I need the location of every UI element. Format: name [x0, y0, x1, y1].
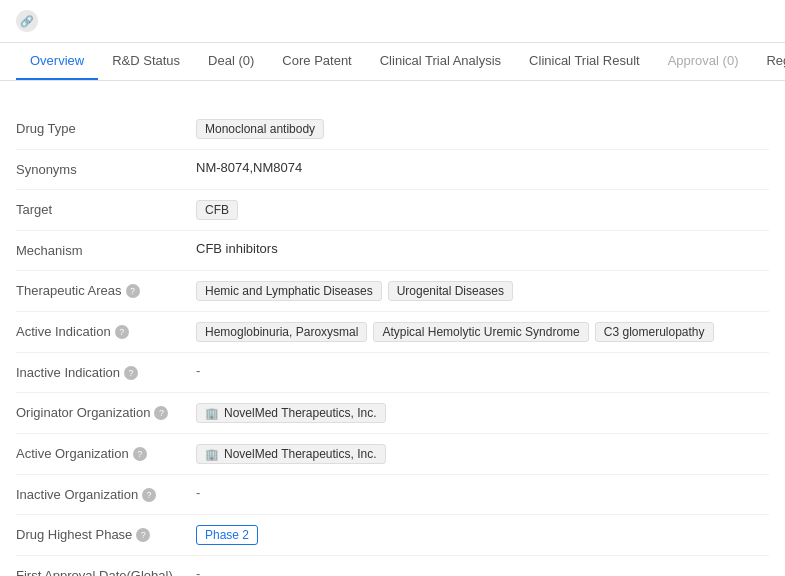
row-value: Hemoglobinuria, ParoxysmalAtypical Hemol…	[196, 322, 769, 342]
help-icon[interactable]: ?	[142, 488, 156, 502]
info-row: SynonymsNM-8074,NM8074	[16, 150, 769, 190]
row-label: Mechanism	[16, 241, 196, 258]
tab-bar: OverviewR&D StatusDeal (0)Core PatentCli…	[0, 43, 785, 81]
page-header: 🔗	[0, 0, 785, 43]
row-value: CFB	[196, 200, 769, 220]
org-name: NovelMed Therapeutics, Inc.	[224, 447, 377, 461]
info-row: TargetCFB	[16, 190, 769, 231]
row-label: Synonyms	[16, 160, 196, 177]
tab-approval--0-[interactable]: Approval (0)	[654, 43, 753, 80]
row-label: First Approval Date(Global)	[16, 566, 196, 576]
row-value: Hemic and Lymphatic DiseasesUrogenital D…	[196, 281, 769, 301]
row-value: -	[196, 363, 769, 378]
content-area: Drug TypeMonoclonal antibodySynonymsNM-8…	[0, 81, 785, 576]
tag[interactable]: Atypical Hemolytic Uremic Syndrome	[373, 322, 588, 342]
info-table: Drug TypeMonoclonal antibodySynonymsNM-8…	[16, 109, 769, 576]
row-label: Originator Organization?	[16, 403, 196, 420]
info-row: Drug TypeMonoclonal antibody	[16, 109, 769, 150]
info-row: Drug Highest Phase?Phase 2	[16, 515, 769, 556]
row-label: Active Organization?	[16, 444, 196, 461]
tab-overview[interactable]: Overview	[16, 43, 98, 80]
help-icon[interactable]: ?	[115, 325, 129, 339]
help-icon[interactable]: ?	[126, 284, 140, 298]
phase-tag[interactable]: Phase 2	[196, 525, 258, 545]
header-icon: 🔗	[16, 10, 38, 32]
help-icon[interactable]: ?	[154, 406, 168, 420]
tag[interactable]: Monoclonal antibody	[196, 119, 324, 139]
row-label: Inactive Indication?	[16, 363, 196, 380]
row-value: Monoclonal antibody	[196, 119, 769, 139]
info-row: MechanismCFB inhibitors	[16, 231, 769, 271]
tag[interactable]: Urogenital Diseases	[388, 281, 513, 301]
tag[interactable]: C3 glomerulopathy	[595, 322, 714, 342]
org-tag[interactable]: 🏢NovelMed Therapeutics, Inc.	[196, 444, 386, 464]
help-icon[interactable]: ?	[133, 447, 147, 461]
tag[interactable]: CFB	[196, 200, 238, 220]
row-value: -	[196, 485, 769, 500]
tab-core-patent[interactable]: Core Patent	[268, 43, 365, 80]
tab-r&d-status[interactable]: R&D Status	[98, 43, 194, 80]
tab-clinical-trial-result[interactable]: Clinical Trial Result	[515, 43, 654, 80]
help-icon[interactable]: ?	[124, 366, 138, 380]
info-row: Active Organization?🏢NovelMed Therapeuti…	[16, 434, 769, 475]
plain-value: NM-8074,NM8074	[196, 160, 302, 175]
org-tag[interactable]: 🏢NovelMed Therapeutics, Inc.	[196, 403, 386, 423]
row-label: Drug Type	[16, 119, 196, 136]
row-label: Drug Highest Phase?	[16, 525, 196, 542]
dash-value: -	[196, 485, 200, 500]
help-icon[interactable]: ?	[136, 528, 150, 542]
dash-value: -	[196, 566, 200, 576]
tab-regulation[interactable]: Regulation	[752, 43, 785, 80]
row-label: Target	[16, 200, 196, 217]
org-icon: 🏢	[205, 407, 219, 420]
row-value: 🏢NovelMed Therapeutics, Inc.	[196, 444, 769, 464]
row-label: Inactive Organization?	[16, 485, 196, 502]
info-row: Active Indication?Hemoglobinuria, Paroxy…	[16, 312, 769, 353]
plain-value: CFB inhibitors	[196, 241, 278, 256]
tab-deal--0-[interactable]: Deal (0)	[194, 43, 268, 80]
info-row: Inactive Organization?-	[16, 475, 769, 515]
org-name: NovelMed Therapeutics, Inc.	[224, 406, 377, 420]
row-label: Active Indication?	[16, 322, 196, 339]
info-row: First Approval Date(Global)-	[16, 556, 769, 576]
row-value: -	[196, 566, 769, 576]
row-value: 🏢NovelMed Therapeutics, Inc.	[196, 403, 769, 423]
tag[interactable]: Hemoglobinuria, Paroxysmal	[196, 322, 367, 342]
info-row: Originator Organization?🏢NovelMed Therap…	[16, 393, 769, 434]
row-value: NM-8074,NM8074	[196, 160, 769, 175]
info-row: Therapeutic Areas?Hemic and Lymphatic Di…	[16, 271, 769, 312]
tag[interactable]: Hemic and Lymphatic Diseases	[196, 281, 382, 301]
info-row: Inactive Indication?-	[16, 353, 769, 393]
row-value: CFB inhibitors	[196, 241, 769, 256]
tab-clinical-trial-analysis[interactable]: Clinical Trial Analysis	[366, 43, 515, 80]
dash-value: -	[196, 363, 200, 378]
row-label: Therapeutic Areas?	[16, 281, 196, 298]
org-icon: 🏢	[205, 448, 219, 461]
row-value: Phase 2	[196, 525, 769, 545]
